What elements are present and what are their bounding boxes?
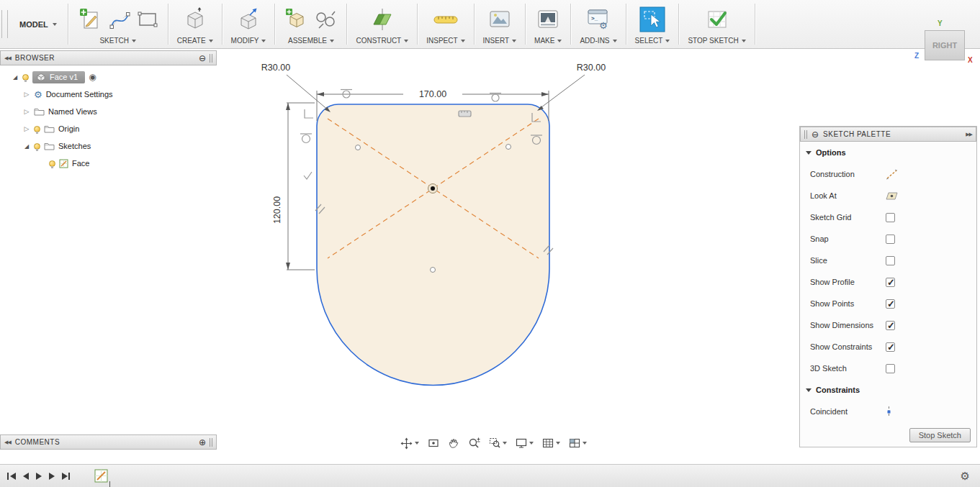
sketch-grid-checkbox[interactable]	[886, 213, 895, 222]
new-component-icon[interactable]	[284, 6, 308, 32]
slice-checkbox[interactable]	[886, 256, 895, 265]
browser-root-item[interactable]: Face v1	[32, 71, 85, 83]
joint-icon[interactable]	[313, 6, 338, 32]
tree-item-label[interactable]: Origin	[58, 124, 79, 133]
dimension-radius-right-text[interactable]: R30.00	[577, 63, 606, 73]
timeline-play-button[interactable]	[36, 473, 42, 480]
panel-drag-grip[interactable]	[804, 130, 807, 139]
palette-section-constraints[interactable]: Constraints	[800, 379, 976, 401]
dimension-height-text[interactable]: 120.00	[272, 196, 282, 224]
toolbar-menu-sketch[interactable]: SKETCH	[99, 37, 136, 45]
create-body-icon[interactable]	[182, 6, 208, 32]
display-settings-button[interactable]	[516, 437, 534, 449]
dimension-width-text[interactable]: 170.00	[419, 89, 446, 99]
toolbar-menu-insert[interactable]: INSERT	[483, 37, 517, 45]
spline-tool-icon[interactable]	[108, 6, 131, 32]
timeline-skip-end-button[interactable]	[62, 473, 71, 480]
tree-item-label[interactable]: Document Settings	[46, 90, 113, 99]
stop-sketch-icon[interactable]	[703, 6, 732, 32]
collapse-toggle-icon[interactable]: ◢	[12, 74, 19, 81]
toolbar-menu-inspect[interactable]: INSPECT	[426, 37, 464, 45]
toolbar-menu-stop-sketch[interactable]: STOP SKETCH	[688, 37, 745, 45]
collapse-panel-icon[interactable]: ◀◀	[4, 440, 11, 445]
zoom-window-button[interactable]	[489, 437, 507, 449]
svg-text:>_: >_	[591, 15, 598, 22]
palette-section-options[interactable]: Options	[800, 142, 976, 163]
viewcube-face-right[interactable]: RIGHT	[925, 30, 965, 60]
construction-icon[interactable]	[886, 169, 898, 180]
visibility-bulb-icon[interactable]	[34, 126, 40, 132]
chevron-down-icon	[557, 40, 562, 42]
timeline-step-forward-button[interactable]	[49, 473, 55, 480]
minimize-panel-icon[interactable]: ⊖	[199, 54, 206, 63]
3d-sketch-checkbox[interactable]	[886, 364, 895, 373]
toolbar-menu-addins[interactable]: ADD-INS	[580, 37, 616, 45]
construction-plane-icon[interactable]	[369, 6, 395, 32]
dimension-radius-left-text[interactable]: R30.00	[261, 63, 290, 73]
zoom-button[interactable]	[468, 437, 480, 449]
visibility-bulb-icon[interactable]	[34, 143, 40, 150]
toolbar-menu-assemble[interactable]: ASSEMBLE	[288, 37, 334, 45]
look-at-icon[interactable]	[886, 191, 898, 201]
grid-snap-button[interactable]	[542, 437, 560, 449]
select-cursor-icon[interactable]	[639, 6, 665, 32]
toolbar-menu-construct[interactable]: CONSTRUCT	[356, 37, 408, 45]
tree-item-label[interactable]: Face	[72, 159, 89, 168]
rectangle-tool-icon[interactable]	[136, 6, 159, 32]
timeline-sketch-feature[interactable]	[94, 469, 108, 483]
pan-hand-button[interactable]	[448, 437, 459, 449]
timeline-gear-icon[interactable]: ⚙	[961, 470, 970, 481]
toolbar-menu-make[interactable]: MAKE	[534, 37, 562, 45]
dimension-radius-right[interactable]	[537, 75, 585, 111]
toolbar-menu-create[interactable]: CREATE	[177, 37, 213, 45]
expand-toggle-icon[interactable]: ▷	[23, 91, 30, 98]
3d-print-icon[interactable]	[535, 6, 561, 32]
pan-button[interactable]	[400, 437, 419, 450]
palette-row-sketch-grid: Sketch Grid	[800, 206, 976, 228]
chevron-down-icon	[330, 40, 334, 42]
sketch-profile[interactable]	[317, 104, 549, 386]
insert-image-icon[interactable]	[487, 6, 513, 32]
timeline-skip-start-button[interactable]	[7, 473, 16, 480]
toolbar-menu-modify[interactable]: MODIFY	[231, 37, 266, 45]
create-sketch-icon[interactable]	[77, 6, 103, 32]
tree-item-label[interactable]: Sketches	[58, 142, 91, 150]
visibility-bulb-icon[interactable]	[22, 74, 29, 81]
toolbar-separator	[570, 4, 571, 45]
timeline-step-back-button[interactable]	[23, 473, 29, 480]
press-pull-icon[interactable]	[235, 6, 261, 32]
toolbar-menu-select[interactable]: SELECT	[635, 37, 670, 45]
dimension-height[interactable]	[286, 103, 315, 270]
center-point[interactable]	[428, 184, 438, 194]
expand-panel-icon[interactable]: ⊕	[199, 438, 206, 447]
collapse-toggle-icon[interactable]: ◢	[23, 143, 30, 150]
toolbar-grip[interactable]	[1, 10, 8, 38]
sketch-palette-panel: ⊖ SKETCH PALETTE ▶▶ Options Construction…	[799, 126, 977, 447]
visibility-bulb-icon[interactable]	[49, 160, 55, 167]
toolbar-group-construct: CONSTRUCT	[348, 0, 416, 48]
show-constraints-checkbox[interactable]	[886, 342, 895, 352]
snap-checkbox[interactable]	[886, 235, 895, 244]
activate-component-radio-icon[interactable]: ◉	[89, 72, 96, 82]
workspace-selector[interactable]: MODEL	[9, 0, 67, 48]
viewports-button[interactable]	[569, 437, 587, 449]
viewcube[interactable]: Y RIGHT Z X	[913, 19, 979, 66]
stop-sketch-button[interactable]: Stop Sketch	[909, 428, 971, 442]
look-at-button[interactable]	[428, 437, 439, 449]
coincident-constraint-icon[interactable]	[886, 406, 892, 418]
show-profile-checkbox[interactable]	[886, 278, 895, 287]
measure-icon[interactable]	[431, 6, 460, 32]
panel-resize-grip[interactable]	[210, 438, 212, 447]
show-dimensions-checkbox[interactable]	[886, 321, 895, 330]
tree-item-label[interactable]: Named Views	[48, 107, 97, 116]
toolbar-separator	[474, 4, 475, 45]
pin-panel-icon[interactable]: ▶▶	[966, 132, 972, 137]
section-label: Options	[816, 148, 846, 157]
collapse-panel-icon[interactable]: ◀◀	[4, 55, 11, 61]
expand-toggle-icon[interactable]: ▷	[23, 108, 30, 115]
show-points-checkbox[interactable]	[886, 299, 895, 309]
panel-resize-grip[interactable]	[210, 54, 212, 63]
minimize-panel-icon[interactable]: ⊖	[812, 130, 819, 139]
expand-toggle-icon[interactable]: ▷	[23, 125, 30, 132]
scripts-addins-icon[interactable]: >_⚙	[585, 6, 611, 32]
